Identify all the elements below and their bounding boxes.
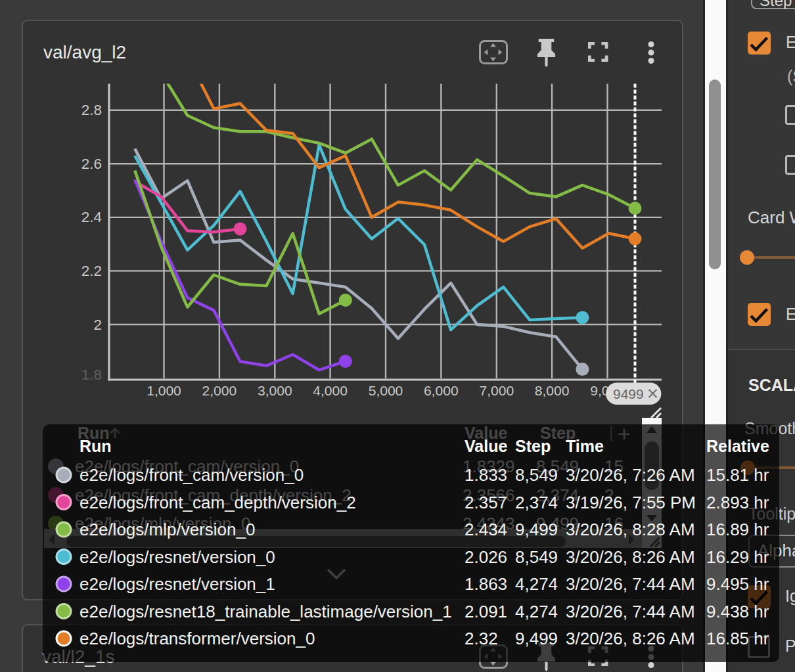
svg-text:2.4: 2.4 [81,209,102,225]
svg-text:9499: 9499 [613,386,644,401]
svg-text:4,000: 4,000 [313,383,348,398]
svg-text:2: 2 [93,317,102,333]
svg-text:5,000: 5,000 [369,383,403,398]
svg-text:3,000: 3,000 [258,383,292,398]
svg-text:6,000: 6,000 [424,383,459,398]
svg-text:8,000: 8,000 [535,383,570,398]
svg-text:7,000: 7,000 [480,383,514,398]
svg-text:2.2: 2.2 [81,263,102,279]
svg-text:1,000: 1,000 [147,383,181,398]
svg-text:2.6: 2.6 [81,156,102,172]
svg-text:2,000: 2,000 [202,383,237,398]
svg-text:1.8: 1.8 [81,367,102,383]
svg-text:2.8: 2.8 [81,102,102,118]
